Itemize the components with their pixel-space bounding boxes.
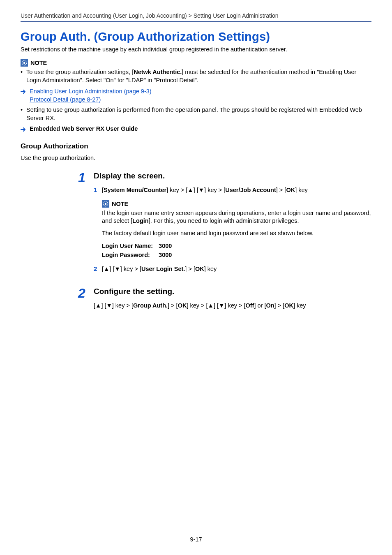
reference-guide: Embedded Web Server RX User Guide <box>30 125 138 132</box>
subheading: Group Authorization <box>21 142 371 150</box>
step-1-substep-2: 2 [▲] [▼] key > [User Login Set.] > [OK]… <box>94 265 371 273</box>
note-list-2: Setting to use group authorization is pe… <box>21 106 371 122</box>
note-bullet-1: To use the group authorization settings,… <box>21 68 371 84</box>
page-title: Group Auth. (Group Authorization Setting… <box>21 30 371 44</box>
login-password-label: Login Password: <box>102 250 159 259</box>
substep-number: 1 <box>94 186 102 193</box>
note-label: NOTE <box>112 201 128 207</box>
step-1-substep-1: 1 [System Menu/Counter] key > [▲] [▼] ke… <box>94 186 371 194</box>
step-number-1: 1 <box>78 171 94 184</box>
note-header: NOTE <box>21 59 371 67</box>
step-number-2: 2 <box>78 287 94 300</box>
arrow-right-icon <box>21 127 26 132</box>
note-label: NOTE <box>30 60 47 66</box>
svg-point-2 <box>23 62 25 64</box>
svg-point-5 <box>105 203 106 204</box>
link-protocol-detail[interactable]: Protocol Detail (page 8-27) <box>30 96 101 103</box>
sub-intro: Use the group authorization. <box>21 155 371 161</box>
inner-note-text-2: The factory default login user name and … <box>102 229 371 238</box>
page-number: 9-17 <box>0 536 392 543</box>
note-bullet-2: Setting to use group authorization is pe… <box>21 106 371 122</box>
inner-note: NOTE If the login user name entry screen… <box>102 200 371 260</box>
login-credentials-table: Login User Name: 3000 Login Password: 30… <box>102 241 178 259</box>
step-2-text: [▲] [▼] key > [Group Auth.] > [OK] key >… <box>94 302 371 310</box>
step-2-heading: Configure the setting. <box>94 287 371 297</box>
ref-row: Embedded Web Server RX User Guide <box>21 125 371 132</box>
table-row: Login Password: 3000 <box>102 250 178 259</box>
note-icon <box>102 200 109 208</box>
table-row: Login User Name: 3000 <box>102 241 178 250</box>
inner-note-text-1: If the login user name entry screen appe… <box>102 209 371 225</box>
substep-text: [System Menu/Counter] key > [▲] [▼] key … <box>102 186 371 194</box>
login-user-value: 3000 <box>159 241 178 250</box>
substep-text: [▲] [▼] key > [User Login Set.] > [OK] k… <box>102 265 371 273</box>
substep-number: 2 <box>94 265 102 272</box>
note-list: To use the group authorization settings,… <box>21 68 371 84</box>
login-password-value: 3000 <box>159 250 178 259</box>
breadcrumb: User Authentication and Accounting (User… <box>21 12 371 22</box>
link-enabling-admin[interactable]: Enabling User Login Administration (page… <box>30 88 152 95</box>
step-1-heading: Display the screen. <box>94 171 371 181</box>
arrow-right-icon <box>21 89 26 95</box>
intro-text: Set restrictions of the machine usage by… <box>21 46 371 53</box>
document-page: User Authentication and Accounting (User… <box>0 0 392 555</box>
note-icon <box>21 59 28 67</box>
link-row-1: Enabling User Login Administration (page… <box>21 88 371 104</box>
step-2: 2 Configure the setting. [▲] [▼] key > [… <box>78 287 371 310</box>
login-user-label: Login User Name: <box>102 241 159 250</box>
step-1: 1 Display the screen. 1 [System Menu/Cou… <box>78 171 371 279</box>
